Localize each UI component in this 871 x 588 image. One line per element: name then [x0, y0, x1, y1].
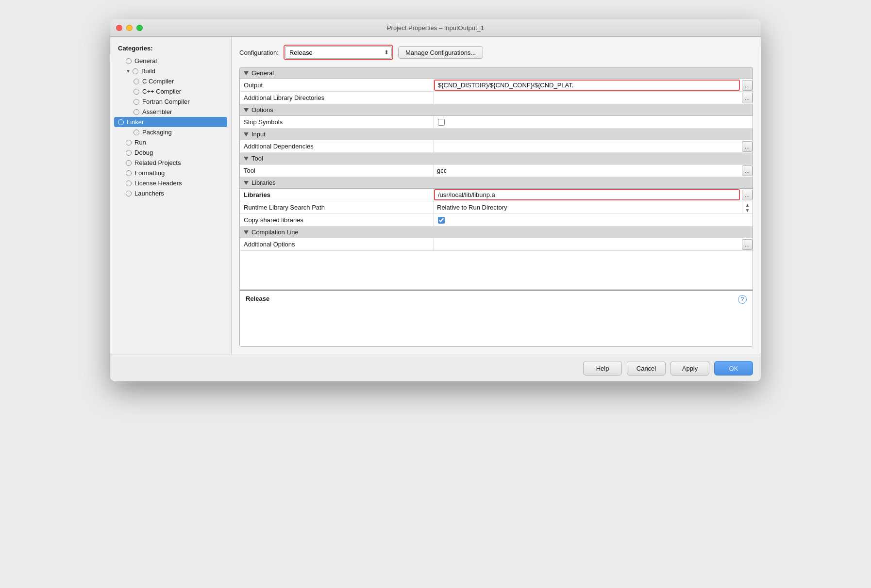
- help-button[interactable]: Help: [583, 361, 622, 376]
- section-input[interactable]: Input: [240, 129, 753, 140]
- prop-name-add-options: Additional Options: [240, 238, 434, 250]
- main-window: Project Properties – InputOutput_1 Categ…: [110, 19, 761, 381]
- release-content-area: [240, 308, 753, 346]
- leaf-icon: [134, 79, 139, 84]
- section-libraries[interactable]: Libraries: [240, 177, 753, 189]
- sidebar-item-label: Debug: [134, 149, 153, 156]
- manage-configurations-button[interactable]: Manage Configurations...: [398, 46, 483, 59]
- prop-value-copy-shared: [434, 214, 753, 226]
- strip-symbols-checkbox[interactable]: [438, 119, 445, 126]
- sidebar-item-fortran-compiler[interactable]: Fortran Compiler: [110, 97, 231, 107]
- output-browse-button[interactable]: …: [742, 80, 753, 91]
- sidebar-item-label: Build: [141, 67, 155, 75]
- add-options-browse-button[interactable]: …: [742, 239, 753, 250]
- leaf-icon: [126, 170, 132, 176]
- tool-browse-button[interactable]: …: [742, 165, 753, 176]
- section-options[interactable]: Options: [240, 104, 753, 116]
- zoom-button[interactable]: [136, 25, 143, 31]
- sidebar-item-cpp-compiler[interactable]: C++ Compiler: [110, 86, 231, 97]
- leaf-icon: [126, 160, 132, 166]
- cancel-button[interactable]: Cancel: [627, 361, 666, 376]
- libraries-input-wrap: [434, 189, 740, 200]
- sidebar-item-c-compiler[interactable]: C Compiler: [110, 76, 231, 86]
- prop-name-output: Output: [240, 79, 434, 91]
- properties-table: General Output ${CND_DISTDIR}/${CND_CONF…: [239, 67, 753, 347]
- runtime-spinner[interactable]: ▲ ▼: [742, 201, 753, 213]
- sidebar-item-debug[interactable]: Debug: [110, 147, 231, 158]
- libraries-browse-button[interactable]: …: [742, 190, 753, 200]
- section-label: Libraries: [251, 179, 276, 186]
- leaf-icon: [126, 58, 132, 64]
- leaf-icon: [126, 180, 132, 186]
- close-button[interactable]: [116, 25, 122, 31]
- prop-row-add-options: Additional Options …: [240, 238, 753, 251]
- section-label: Tool: [251, 155, 263, 162]
- leaf-icon: [133, 68, 138, 74]
- prop-name-add-deps: Additional Dependencies: [240, 140, 434, 152]
- section-toggle-icon: [244, 181, 249, 185]
- sidebar-item-launchers[interactable]: Launchers: [110, 188, 231, 198]
- section-tool[interactable]: Tool: [240, 153, 753, 164]
- prop-row-runtime-path: Runtime Library Search Path Relative to …: [240, 201, 753, 214]
- sidebar-item-label: Launchers: [134, 190, 164, 197]
- section-general[interactable]: General: [240, 67, 753, 79]
- minimize-button[interactable]: [126, 25, 133, 31]
- sidebar-item-license-headers[interactable]: License Headers: [110, 178, 231, 188]
- sidebar-item-formatting[interactable]: Formatting: [110, 168, 231, 178]
- sidebar-item-label: Run: [134, 139, 146, 146]
- section-toggle-icon: [244, 230, 249, 234]
- sidebar-item-label: General: [134, 57, 157, 65]
- prop-name-strip-symbols: Strip Symbols: [240, 116, 434, 128]
- ok-button[interactable]: OK: [714, 361, 753, 376]
- prop-name-add-lib-dirs: Additional Library Directories: [240, 92, 434, 104]
- expand-icon: ▼: [126, 68, 131, 74]
- config-select-wrapper: Release Debug: [284, 45, 393, 60]
- leaf-icon: [134, 109, 139, 115]
- titlebar: Project Properties – InputOutput_1: [110, 19, 761, 37]
- prop-value-tool: gcc …: [434, 164, 753, 177]
- release-section: Release ?: [240, 291, 753, 308]
- sidebar-item-run[interactable]: Run: [110, 137, 231, 147]
- prop-value-libraries: …: [434, 189, 753, 201]
- apply-button[interactable]: Apply: [670, 361, 709, 376]
- sidebar-item-assembler[interactable]: Assembler: [110, 107, 231, 117]
- release-bottom-section: Release ?: [240, 290, 753, 346]
- libraries-input[interactable]: [438, 191, 736, 198]
- sidebar-title: Categories:: [110, 43, 231, 56]
- copy-shared-checkbox[interactable]: [438, 217, 445, 224]
- footer: Help Cancel Apply OK: [110, 355, 761, 381]
- section-compilation-line[interactable]: Compilation Line: [240, 227, 753, 238]
- section-toggle-icon: [244, 108, 249, 112]
- leaf-icon: [134, 99, 139, 105]
- prop-value-add-options: …: [434, 238, 753, 250]
- sidebar-item-related-projects[interactable]: Related Projects: [110, 158, 231, 168]
- help-icon[interactable]: ?: [738, 295, 747, 304]
- sidebar-item-linker[interactable]: Linker: [114, 117, 227, 127]
- leaf-icon: [126, 140, 132, 146]
- add-lib-dirs-browse-button[interactable]: …: [742, 93, 753, 103]
- leaf-icon: [126, 150, 132, 156]
- leaf-icon: [134, 130, 139, 135]
- config-label: Configuration:: [239, 49, 279, 56]
- sidebar: Categories: General ▼ Build C Compiler: [110, 37, 232, 355]
- section-label: Compilation Line: [251, 229, 299, 236]
- config-select[interactable]: Release Debug: [285, 46, 392, 59]
- output-value-text[interactable]: ${CND_DISTDIR}/${CND_CONF}/${CND_PLAT.: [434, 80, 740, 91]
- prop-value-output: ${CND_DISTDIR}/${CND_CONF}/${CND_PLAT. …: [434, 79, 753, 91]
- prop-value-add-deps: …: [434, 140, 753, 152]
- properties-area: General Output ${CND_DISTDIR}/${CND_CONF…: [239, 67, 753, 347]
- prop-row-copy-shared: Copy shared libraries: [240, 214, 753, 227]
- prop-name-runtime-path: Runtime Library Search Path: [240, 201, 434, 213]
- right-panel: Configuration: Release Debug Manage Conf…: [232, 37, 761, 355]
- section-toggle-icon: [244, 71, 249, 75]
- sidebar-item-packaging[interactable]: Packaging: [110, 127, 231, 137]
- prop-row-output: Output ${CND_DISTDIR}/${CND_CONF}/${CND_…: [240, 79, 753, 92]
- config-row: Configuration: Release Debug Manage Conf…: [239, 45, 753, 60]
- prop-name-copy-shared: Copy shared libraries: [240, 214, 434, 226]
- sidebar-item-general[interactable]: General: [110, 56, 231, 66]
- add-deps-browse-button[interactable]: …: [742, 141, 753, 152]
- leaf-icon: [118, 119, 124, 125]
- sidebar-item-build[interactable]: ▼ Build: [110, 66, 231, 76]
- sidebar-item-label: Related Projects: [134, 159, 181, 166]
- config-select-container: Release Debug: [285, 46, 392, 59]
